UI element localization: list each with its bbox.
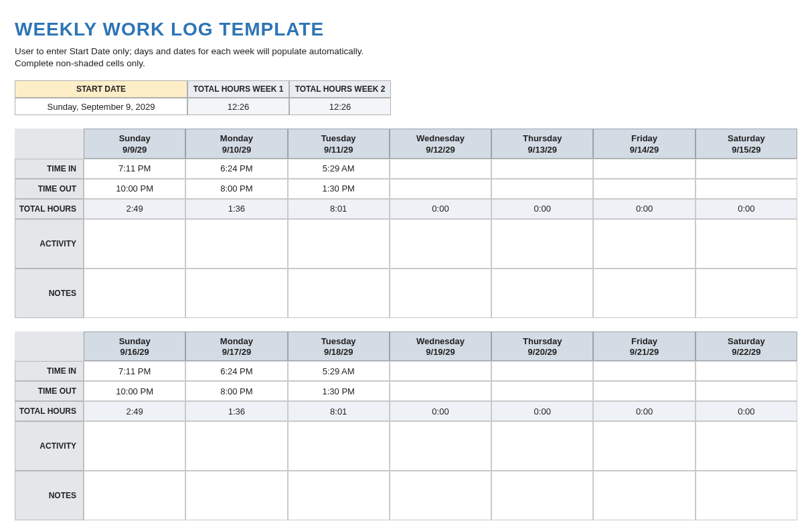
day-header: Monday9/17/29 [185, 331, 287, 362]
day-date: 9/9/29 [84, 145, 185, 155]
notes-cell[interactable] [696, 269, 797, 318]
week-2-section: Sunday9/16/29Monday9/17/29Tuesday9/18/29… [15, 331, 797, 521]
activity-cell[interactable] [696, 219, 797, 269]
day-header: Tuesday9/11/29 [288, 129, 390, 159]
total-cell: 0:00 [390, 401, 491, 421]
time_in-cell[interactable] [491, 159, 593, 179]
time_out-cell[interactable] [491, 179, 593, 199]
week-1-table: Sunday9/9/29Monday9/10/29Tuesday9/11/29W… [15, 129, 797, 318]
time_out-row-header: TIME OUT [15, 381, 84, 401]
notes-cell[interactable] [491, 471, 593, 520]
time_in-cell[interactable] [390, 361, 491, 381]
total-hours-week1-header: TOTAL HOURS WEEK 1 [187, 80, 289, 98]
activity-cell[interactable] [696, 421, 797, 471]
activity-cell[interactable] [593, 421, 695, 471]
time_out-cell[interactable]: 8:00 PM [185, 381, 287, 401]
day-date: 9/18/29 [289, 347, 389, 358]
activity-cell[interactable] [84, 219, 185, 269]
day-date: 9/21/29 [594, 347, 694, 358]
time_out-cell[interactable] [696, 381, 797, 401]
day-header: Saturday9/15/29 [696, 129, 797, 159]
total-cell: 0:00 [491, 401, 593, 421]
activity-cell[interactable] [390, 421, 491, 471]
activity-cell[interactable] [390, 219, 491, 269]
time_in-cell[interactable] [390, 159, 491, 179]
time_out-cell[interactable]: 1:30 PM [288, 179, 390, 199]
time_out-cell[interactable] [593, 179, 695, 199]
day-name: Sunday [84, 133, 185, 144]
time_out-cell[interactable]: 8:00 PM [185, 179, 287, 199]
notes-row-header: NOTES [15, 269, 84, 318]
time_in-cell[interactable]: 7:11 PM [84, 361, 185, 381]
time_in-cell[interactable]: 7:11 PM [84, 159, 185, 179]
day-name: Tuesday [289, 336, 389, 347]
day-header: Thursday9/20/29 [491, 331, 593, 362]
time_out-cell[interactable] [491, 381, 593, 401]
instructions-line-1: User to enter Start Date only; days and … [15, 46, 363, 56]
time_out-cell[interactable] [593, 381, 695, 401]
total-cell: 8:01 [288, 199, 390, 219]
time_in-cell[interactable]: 5:29 AM [288, 361, 390, 381]
instructions: User to enter Start Date only; days and … [15, 46, 797, 70]
time_in-cell[interactable] [696, 361, 797, 381]
week-2-table: Sunday9/16/29Monday9/17/29Tuesday9/18/29… [15, 331, 797, 521]
day-date: 9/12/29 [390, 145, 491, 155]
time_out-cell[interactable] [696, 179, 797, 199]
activity-cell[interactable] [491, 421, 593, 471]
week-1-section: Sunday9/9/29Monday9/10/29Tuesday9/11/29W… [15, 129, 797, 318]
start-date-header: START DATE [15, 80, 187, 98]
day-name: Tuesday [289, 133, 389, 144]
notes-cell[interactable] [593, 269, 695, 318]
day-name: Thursday [492, 336, 592, 347]
time_in-cell[interactable] [696, 159, 797, 179]
day-header: Monday9/10/29 [185, 129, 287, 159]
day-date: 9/16/29 [84, 347, 185, 358]
time_in-cell[interactable]: 6:24 PM [185, 159, 287, 179]
day-date: 9/10/29 [186, 145, 287, 155]
notes-cell[interactable] [288, 269, 390, 318]
time_in-cell[interactable]: 6:24 PM [185, 361, 287, 381]
time_out-cell[interactable]: 10:00 PM [84, 179, 185, 199]
activity-cell[interactable] [84, 421, 185, 471]
notes-cell[interactable] [696, 471, 797, 520]
notes-cell[interactable] [84, 269, 185, 318]
total-row-header: TOTAL HOURS [15, 401, 84, 421]
notes-row-header: NOTES [15, 471, 84, 520]
day-header: Wednesday9/12/29 [390, 129, 491, 159]
notes-cell[interactable] [288, 471, 390, 520]
notes-cell[interactable] [390, 269, 491, 318]
notes-cell[interactable] [593, 471, 695, 520]
day-header: Friday9/21/29 [593, 331, 695, 362]
activity-cell[interactable] [288, 219, 390, 269]
start-date-value[interactable]: Sunday, September 9, 2029 [15, 98, 187, 115]
day-name: Saturday [696, 133, 797, 144]
time_out-cell[interactable]: 1:30 PM [288, 381, 390, 401]
time_in-cell[interactable]: 5:29 AM [288, 159, 390, 179]
time_in-cell[interactable] [593, 159, 695, 179]
time_out-cell[interactable]: 10:00 PM [84, 381, 185, 401]
instructions-line-2: Complete non-shaded cells only. [15, 58, 145, 68]
total-cell: 0:00 [696, 401, 797, 421]
day-header: Wednesday9/19/29 [390, 331, 491, 362]
time_out-cell[interactable] [390, 179, 491, 199]
activity-cell[interactable] [185, 421, 287, 471]
time_out-cell[interactable] [390, 381, 491, 401]
notes-cell[interactable] [185, 269, 287, 318]
time_in-cell[interactable] [491, 361, 593, 381]
total-cell: 2:49 [84, 199, 185, 219]
notes-cell[interactable] [390, 471, 491, 520]
time_in-cell[interactable] [593, 361, 695, 381]
activity-cell[interactable] [593, 219, 695, 269]
day-header: Friday9/14/29 [593, 129, 695, 159]
activity-cell[interactable] [185, 219, 287, 269]
notes-cell[interactable] [491, 269, 593, 318]
day-header: Tuesday9/18/29 [288, 331, 390, 362]
activity-cell[interactable] [491, 219, 593, 269]
activity-cell[interactable] [288, 421, 390, 471]
day-name: Monday [186, 336, 287, 347]
day-name: Friday [594, 336, 694, 347]
total-hours-week2-value: 12:26 [289, 98, 391, 115]
day-date: 9/19/29 [390, 347, 491, 358]
notes-cell[interactable] [84, 471, 185, 520]
notes-cell[interactable] [185, 471, 287, 520]
